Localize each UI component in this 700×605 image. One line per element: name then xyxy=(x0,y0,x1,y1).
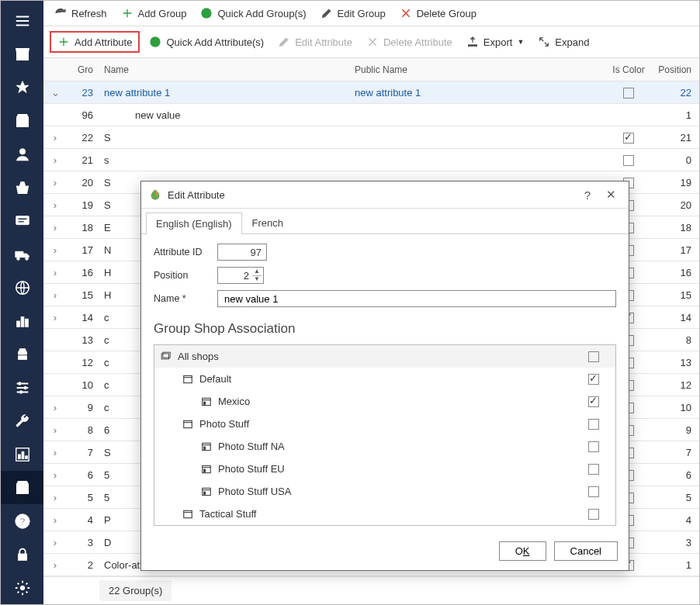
sidebar-item-store[interactable] xyxy=(1,37,43,71)
sidebar-item-gear[interactable] xyxy=(1,571,43,604)
svg-point-10 xyxy=(19,390,23,393)
cell-position: 14 xyxy=(651,312,699,323)
dialog-titlebar[interactable]: Edit Attribute ? ✕ xyxy=(141,182,629,209)
position-input[interactable]: 2 ▲ ▼ xyxy=(217,267,264,284)
shop-row[interactable]: Photo Stuff EU xyxy=(154,458,615,480)
col-name[interactable]: Name xyxy=(99,64,350,75)
cell-position: 15 xyxy=(651,289,699,301)
shop-row[interactable]: Mexico xyxy=(154,390,615,413)
caret-right-icon[interactable]: › xyxy=(50,537,60,548)
quick-add-attribute-button[interactable]: Quick Add Attribute(s) xyxy=(144,34,269,50)
is-color-checkbox[interactable] xyxy=(623,88,634,99)
caret-right-icon[interactable]: › xyxy=(50,424,60,436)
caret-right-icon[interactable]: › xyxy=(50,469,60,481)
caret-down-icon[interactable]: ⌄ xyxy=(50,87,60,99)
shop-checkbox[interactable] xyxy=(588,396,599,407)
close-button[interactable]: ✕ xyxy=(601,186,621,203)
svg-rect-26 xyxy=(184,420,192,427)
quick-add-group-button[interactable]: Quick Add Group(s) xyxy=(196,5,310,21)
refresh-icon xyxy=(54,7,67,19)
table-row[interactable]: ›22S21 xyxy=(43,126,699,149)
cell-gro: 20 xyxy=(67,177,99,188)
caret-right-icon[interactable]: › xyxy=(50,312,60,323)
shop-assoc-heading: Group Shop Association xyxy=(154,321,616,337)
caret-right-icon[interactable]: › xyxy=(50,154,60,166)
shop-name: Photo Stuff NA xyxy=(218,441,285,452)
sidebar-item-shipping[interactable] xyxy=(1,237,43,271)
sidebar-item-modules[interactable] xyxy=(1,337,43,371)
ok-button[interactable]: OK xyxy=(499,541,546,561)
spin-down-icon[interactable]: ▼ xyxy=(253,276,261,282)
caret-right-icon[interactable]: › xyxy=(50,132,60,143)
chevron-down-icon: ▼ xyxy=(517,38,524,46)
edit-group-button[interactable]: Edit Group xyxy=(316,5,390,21)
sidebar-item-star[interactable] xyxy=(1,71,43,104)
dialog-title: Edit Attribute xyxy=(168,189,574,201)
sidebar-item-globe[interactable] xyxy=(1,271,43,304)
cell-position: 1 xyxy=(651,559,699,571)
table-row[interactable]: 96new value1 xyxy=(43,104,699,126)
shop-checkbox[interactable] xyxy=(588,486,599,497)
col-is-color[interactable]: Is Color xyxy=(606,64,651,75)
col-public-name[interactable]: Public Name xyxy=(350,64,606,75)
shop-checkbox[interactable] xyxy=(588,464,599,475)
name-input[interactable] xyxy=(223,292,611,306)
sidebar-item-help[interactable]: ? xyxy=(1,504,43,538)
shop-row[interactable]: Default xyxy=(154,368,615,390)
shop-checkbox[interactable] xyxy=(588,509,599,520)
sidebar-item-menu[interactable] xyxy=(1,4,43,37)
sidebar-item-tools[interactable] xyxy=(1,404,43,437)
toolbar-groups: Refresh Add Group Quick Add Group(s) Edi… xyxy=(43,1,699,26)
shop-checkbox[interactable] xyxy=(588,374,599,385)
caret-right-icon[interactable]: › xyxy=(50,267,60,278)
shop-row[interactable]: Photo Stuff xyxy=(154,413,615,435)
col-position[interactable]: Position xyxy=(651,64,699,75)
cell-gro: 15 xyxy=(67,289,99,301)
shop-checkbox[interactable] xyxy=(588,351,599,362)
sidebar-item-preferences[interactable] xyxy=(1,371,43,404)
cell-name: s xyxy=(99,154,350,166)
col-gro[interactable]: Gro xyxy=(67,64,99,75)
spin-up-icon[interactable]: ▲ xyxy=(253,268,261,275)
shop-checkbox[interactable] xyxy=(588,441,599,452)
cancel-button[interactable]: Cancel xyxy=(554,541,618,561)
sidebar-item-orders[interactable] xyxy=(1,104,43,137)
caret-right-icon[interactable]: › xyxy=(50,559,60,571)
sidebar-item-charts[interactable] xyxy=(1,437,43,471)
add-group-button[interactable]: Add Group xyxy=(116,5,192,21)
caret-right-icon[interactable]: › xyxy=(50,514,60,526)
refresh-button[interactable]: Refresh xyxy=(50,5,112,21)
caret-right-icon[interactable]: › xyxy=(50,199,60,211)
tab-french[interactable]: French xyxy=(242,212,293,233)
sidebar-item-customer[interactable] xyxy=(1,137,43,171)
add-attribute-button[interactable]: Add Attribute xyxy=(50,31,140,53)
caret-right-icon[interactable]: › xyxy=(50,244,60,256)
caret-right-icon[interactable]: › xyxy=(50,447,60,458)
table-row[interactable]: ⌄23new attribute 1new attribute 122 xyxy=(43,81,699,104)
is-color-checkbox[interactable] xyxy=(623,133,634,143)
sidebar-item-stats[interactable] xyxy=(1,304,43,337)
sidebar-item-basket[interactable] xyxy=(1,171,43,204)
caret-right-icon[interactable]: › xyxy=(50,177,60,188)
tab-english[interactable]: English (English) xyxy=(146,213,242,234)
caret-right-icon[interactable]: › xyxy=(50,289,60,301)
table-row[interactable]: ›21s0 xyxy=(43,149,699,171)
cell-gro: 96 xyxy=(67,109,99,121)
caret-right-icon[interactable]: › xyxy=(50,222,60,233)
sidebar-item-messages[interactable] xyxy=(1,204,43,237)
shop-row[interactable]: Photo Stuff USA xyxy=(154,480,615,503)
export-button[interactable]: Export ▼ xyxy=(462,34,529,50)
caret-right-icon[interactable]: › xyxy=(50,402,60,413)
shop-row[interactable]: Photo Stuff NA xyxy=(154,435,615,458)
sidebar-item-lock[interactable] xyxy=(1,538,43,571)
sidebar-item-drawer[interactable] xyxy=(1,471,43,504)
expand-button[interactable]: Expand xyxy=(533,34,594,50)
caret-right-icon[interactable]: › xyxy=(50,492,60,503)
help-button[interactable]: ? xyxy=(580,187,595,203)
shop-row[interactable]: Tactical Stuff xyxy=(154,503,615,525)
shop-checkbox[interactable] xyxy=(588,419,599,430)
shop-row[interactable]: All shops xyxy=(154,345,615,368)
delete-group-button[interactable]: Delete Group xyxy=(395,5,481,21)
is-color-checkbox[interactable] xyxy=(623,155,634,166)
cell-gro: 19 xyxy=(67,199,99,211)
